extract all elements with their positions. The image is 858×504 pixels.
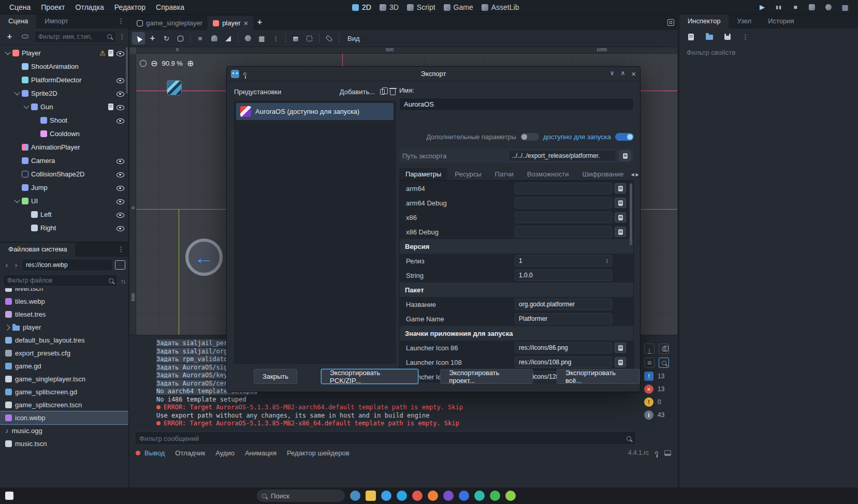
workspace-2d[interactable]: 2D — [352, 3, 371, 11]
visibility-icon[interactable] — [116, 103, 124, 111]
workspace-assetlib[interactable]: AssetLib — [482, 3, 519, 11]
file-row[interactable]: game_splitscreen.gd — [0, 386, 128, 398]
filesystem-menu-icon[interactable] — [113, 243, 128, 257]
tree-row[interactable]: UI — [0, 194, 128, 207]
expander-icon[interactable] — [14, 90, 20, 95]
script-badge-icon[interactable] — [108, 103, 113, 110]
add-node-icon[interactable] — [3, 31, 16, 43]
bottom-tab-animation[interactable]: Анимация — [245, 449, 277, 457]
tree-row[interactable]: Gun — [0, 100, 128, 113]
option-value-input[interactable] — [515, 197, 612, 209]
export-project-button[interactable]: Экспортировать проект... — [440, 369, 533, 384]
zoom-value[interactable]: 90.9 % — [162, 60, 182, 67]
scale-tool-icon[interactable] — [174, 32, 187, 45]
preset-item-auroraos[interactable]: AuroraOS (доступно для запуска) — [236, 103, 394, 120]
stop-icon[interactable] — [790, 1, 801, 13]
option-value-input[interactable]: Platformer — [515, 313, 612, 324]
tabs-scroll-left-icon[interactable]: ◀ — [631, 172, 634, 177]
message-filter-input[interactable]: Фильтр сообщений — [135, 432, 636, 445]
file-dialog-icon[interactable] — [615, 227, 626, 237]
visibility-icon[interactable] — [116, 157, 124, 165]
copy-log-icon[interactable] — [659, 344, 669, 354]
load-resource-icon[interactable] — [703, 31, 716, 43]
option-value-input[interactable]: res://icons/108.png — [515, 357, 612, 368]
sort-files-icon[interactable] — [121, 277, 125, 285]
close-button[interactable]: Закрыть — [254, 369, 297, 384]
distraction-free-icon[interactable] — [664, 16, 677, 28]
bottom-tab-debugger[interactable]: Отладчик — [175, 449, 205, 457]
visibility-icon[interactable] — [116, 224, 124, 232]
option-row[interactable]: Launcher Icon 86res://icons/86.png — [400, 340, 633, 355]
scene-tab-game-singleplayer[interactable]: game_singleplayer — [132, 16, 208, 30]
option-row[interactable]: arm64 — [400, 181, 633, 196]
file-dialog-icon[interactable] — [619, 151, 631, 161]
select-tool-icon[interactable] — [132, 32, 145, 45]
movie-writer-icon[interactable] — [823, 1, 834, 13]
save-resource-icon[interactable] — [721, 31, 734, 43]
search-log-icon[interactable] — [659, 358, 669, 368]
lock-icon[interactable] — [289, 32, 302, 45]
tabs-scroll-right-icon[interactable]: ▶ — [636, 172, 639, 177]
tree-row[interactable]: Sprite2D — [0, 86, 128, 100]
workspace-3d[interactable]: 3D — [380, 3, 399, 11]
remote-debug-icon[interactable] — [806, 1, 818, 13]
expander-icon[interactable] — [4, 324, 10, 330]
workspace-script[interactable]: Script — [407, 3, 435, 11]
tree-row[interactable]: Right — [0, 221, 128, 234]
file-filter-input[interactable]: Фильтр файлов — [3, 274, 118, 287]
bottom-tab-shader-editor[interactable]: Редактор шейдеров — [287, 449, 350, 457]
tab-inspector[interactable]: Инспектор — [679, 14, 729, 28]
option-row[interactable]: x86 — [400, 210, 633, 225]
list-select-icon[interactable]: ≡ — [194, 32, 207, 45]
option-value-input[interactable] — [515, 183, 612, 194]
messages-badge[interactable]: !13 — [644, 372, 664, 381]
group-icon[interactable] — [303, 32, 316, 45]
warnings-badge[interactable]: !0 — [644, 397, 661, 407]
move-tool-icon[interactable]: + — [146, 32, 159, 45]
tab-features[interactable]: Возможности — [521, 168, 575, 180]
taskbar-icon-app-orange[interactable] — [428, 491, 438, 501]
option-row[interactable]: String1.0.0 — [400, 268, 633, 283]
inspector-menu-icon[interactable] — [739, 31, 752, 43]
folder-row[interactable]: player — [0, 321, 128, 334]
taskbar-icon-app-red[interactable] — [412, 491, 423, 501]
option-row[interactable]: arm64 Debug — [400, 196, 633, 210]
new-scene-tab-icon[interactable] — [253, 14, 266, 30]
file-row[interactable]: level.tscn — [0, 288, 128, 295]
ruler-tool-icon[interactable] — [222, 32, 235, 45]
chevron-up-icon[interactable] — [620, 69, 625, 78]
property-filter-input[interactable]: Фильтр свойств — [684, 46, 854, 58]
file-dialog-icon[interactable] — [615, 343, 626, 353]
pause-icon[interactable] — [773, 1, 784, 13]
preset-name-input[interactable]: AuroraOS — [399, 98, 634, 111]
duplicate-preset-icon[interactable] — [380, 89, 385, 95]
option-row[interactable]: Релиз1 — [400, 254, 633, 268]
delete-preset-icon[interactable] — [390, 90, 396, 95]
tab-resources[interactable]: Ресурсы — [448, 168, 487, 180]
filter-log-icon[interactable] — [644, 358, 655, 368]
advanced-options-toggle[interactable] — [520, 133, 539, 141]
file-dialog-icon[interactable] — [615, 183, 626, 194]
tab-patches[interactable]: Патчи — [489, 168, 520, 180]
visibility-icon[interactable] — [116, 49, 124, 57]
file-row[interactable]: default_bus_layout.tres — [0, 334, 128, 347]
option-row[interactable]: x86 Debug — [400, 225, 633, 239]
taskbar-icon-app-green[interactable] — [490, 491, 500, 501]
file-row[interactable]: tileset.tres — [0, 308, 128, 321]
file-dialog-icon[interactable] — [615, 212, 626, 223]
taskbar-icon-app-purple[interactable] — [443, 491, 454, 501]
visibility-icon[interactable] — [116, 76, 124, 84]
skeleton-icon[interactable] — [323, 32, 336, 45]
ruler-left[interactable]: 0 500 — [129, 54, 136, 335]
center-view-icon[interactable] — [140, 60, 147, 67]
history-back-icon[interactable]: ‹ — [3, 260, 10, 269]
file-row-selected[interactable]: icon.webp — [0, 411, 128, 424]
tab-scene[interactable]: Сцена — [0, 14, 36, 28]
close-tab-icon[interactable] — [244, 19, 249, 27]
file-row[interactable]: game.gd — [0, 360, 128, 373]
workspace-game[interactable]: Game — [444, 3, 473, 11]
close-icon[interactable] — [631, 69, 636, 78]
pin-bottom-panel-icon[interactable] — [655, 451, 658, 454]
rotate-tool-icon[interactable]: ↻ — [160, 32, 173, 45]
visibility-icon[interactable] — [116, 170, 124, 178]
